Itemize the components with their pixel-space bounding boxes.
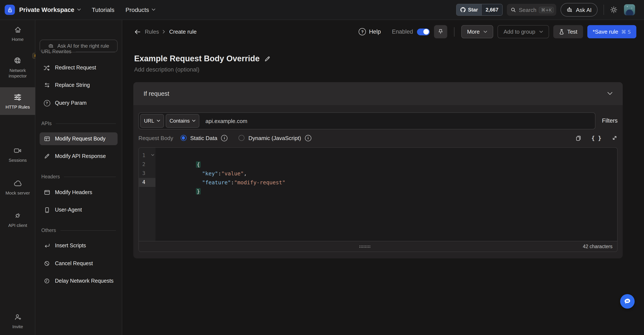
rule-item-label: Insert Scripts xyxy=(55,243,86,249)
rule-item-insert-scripts[interactable]: Insert Scripts xyxy=(40,239,118,252)
rule-item-query-param[interactable]: Query Param xyxy=(40,97,118,109)
rule-item-modify-headers[interactable]: Modify Headers xyxy=(40,186,118,199)
save-rule-button[interactable]: *Save rule ⌘ S xyxy=(587,25,636,38)
github-star-button[interactable]: Star 2,667 xyxy=(456,4,503,16)
filters-button[interactable]: Filters xyxy=(602,112,618,129)
pin-icon xyxy=(438,28,444,35)
section-headers: Headers xyxy=(41,174,116,180)
chat-bubble-icon xyxy=(624,298,631,305)
swap-arrows-icon xyxy=(44,82,50,88)
rule-item-replace-string[interactable]: Replace String xyxy=(40,79,118,91)
top-bar: Private Workspace Tutorials Products Sta… xyxy=(0,0,644,20)
request-body-mode-row: Request Body Static Data Dynamic (JavaSc… xyxy=(138,132,322,144)
help-icon xyxy=(359,28,366,35)
shuffle-icon xyxy=(44,65,50,70)
source-condition-row: URL Contains api.example.com xyxy=(138,112,596,129)
help-button[interactable]: Help xyxy=(359,28,381,35)
sidebar-item-sessions[interactable]: Sessions xyxy=(0,146,35,163)
rule-item-delay-network-requests[interactable]: Delay Network Requests xyxy=(40,275,118,287)
sidebar-item-home[interactable]: Home xyxy=(0,26,35,42)
info-icon[interactable] xyxy=(221,135,228,141)
nav-tutorials[interactable]: Tutorials xyxy=(92,6,114,13)
sidebar-item-http-rules[interactable]: HTTP Rules xyxy=(0,87,35,115)
info-icon[interactable] xyxy=(305,135,311,141)
rule-description-input[interactable]: Add description (optional) xyxy=(134,66,199,73)
workspace-name[interactable]: Private Workspace xyxy=(19,6,74,13)
format-braces-icon[interactable] xyxy=(592,135,602,141)
more-button[interactable]: More xyxy=(461,25,493,38)
copy-icon[interactable] xyxy=(575,135,581,141)
edit-title-pencil-icon[interactable] xyxy=(264,55,270,62)
resize-drag-handle[interactable] xyxy=(359,245,370,248)
static-data-radio[interactable]: Static Data xyxy=(180,135,228,141)
chevron-down-icon[interactable] xyxy=(77,8,81,11)
editor-footer: 42 characters xyxy=(139,241,617,252)
rule-item-redirect-request[interactable]: Redirect Request xyxy=(40,61,118,74)
operator-dropdown[interactable]: Contains xyxy=(166,114,200,128)
ask-ai-rule-label: Ask AI for the right rule xyxy=(58,43,109,49)
rule-item-modify-api-response[interactable]: Modify API Response xyxy=(40,150,118,163)
clock-icon xyxy=(44,278,50,284)
section-url-rewrites: URL Rewrites xyxy=(41,48,116,54)
rule-item-label: User-Agent xyxy=(55,207,82,213)
rule-item-user-agent[interactable]: User-Agent xyxy=(40,203,118,216)
sidebar-item-label: Mock server xyxy=(4,190,32,196)
if-request-header[interactable]: If request xyxy=(133,82,623,105)
flask-icon xyxy=(558,29,564,35)
chevron-down-icon xyxy=(152,8,156,11)
nav-products[interactable]: Products xyxy=(126,6,156,13)
request-body-label: Request Body xyxy=(138,135,173,141)
sidebar-item-mock-server[interactable]: Mock server xyxy=(0,179,35,196)
code-editor[interactable]: 1 2 3 4 { "key":"value", xyxy=(138,147,618,252)
expand-icon[interactable] xyxy=(612,135,618,141)
user-avatar[interactable] xyxy=(624,4,635,15)
sidebar-item-label: Network inspector xyxy=(0,68,35,79)
line-number: 1 xyxy=(139,151,156,160)
chevron-down-icon xyxy=(192,120,196,122)
rule-item-label: Query Param xyxy=(55,100,87,106)
settings-gear-icon[interactable] xyxy=(610,6,618,14)
add-to-group-button[interactable]: Add to group xyxy=(498,25,549,38)
search-icon xyxy=(511,7,516,12)
test-button[interactable]: Test xyxy=(553,25,583,38)
code-line: "key":"value", xyxy=(158,160,617,169)
workspace-logo[interactable] xyxy=(5,5,15,15)
source-type-dropdown[interactable]: URL xyxy=(140,114,164,128)
sidebar-item-network-inspector[interactable]: NEW Network inspector xyxy=(0,57,35,79)
rule-item-modify-request-body[interactable]: Modify Request Body xyxy=(40,132,118,145)
video-camera-icon xyxy=(14,146,22,155)
fold-chevron-icon[interactable] xyxy=(151,154,154,156)
editor-gutter: 1 2 3 4 xyxy=(139,148,156,241)
network-globe-icon xyxy=(14,57,22,65)
invite-person-icon xyxy=(14,313,22,321)
github-icon xyxy=(460,7,466,13)
primary-sidebar: Home NEW Network inspector xyxy=(0,20,35,335)
chat-widget-button[interactable] xyxy=(620,294,635,309)
lock-icon xyxy=(6,6,13,13)
panel-layout-icon xyxy=(44,136,50,142)
sidebar-item-invite[interactable]: Invite xyxy=(0,313,35,330)
enabled-toggle[interactable] xyxy=(417,28,430,35)
line-number: 3 xyxy=(139,169,156,178)
ask-ai-button[interactable]: Ask AI xyxy=(560,3,598,16)
pin-button[interactable] xyxy=(434,25,447,38)
line-number-active: 4 xyxy=(139,178,156,187)
dynamic-js-radio[interactable]: Dynamic (JavaScript) xyxy=(239,135,311,141)
header-actions: Help Enabled More Add to group xyxy=(359,25,636,38)
source-value-input[interactable]: api.example.com xyxy=(206,118,594,124)
sidebar-item-api-client[interactable]: API client xyxy=(0,212,35,228)
sliders-icon xyxy=(14,93,22,101)
rule-item-cancel-request[interactable]: Cancel Request xyxy=(40,257,118,270)
back-arrow-icon[interactable] xyxy=(134,28,141,35)
code-area[interactable]: { "key":"value", "feature":"modify-reque… xyxy=(156,148,617,241)
rule-item-label: Modify API Response xyxy=(55,153,106,159)
chevron-down-icon xyxy=(484,30,488,33)
help-label: Help xyxy=(369,28,381,35)
sidebar-item-label: API client xyxy=(6,223,30,228)
search-input[interactable]: Search ⌘+K xyxy=(507,4,556,16)
breadcrumb-rules[interactable]: Rules xyxy=(145,28,159,35)
home-icon xyxy=(14,26,22,34)
app-window: Private Workspace Tutorials Products Sta… xyxy=(0,0,644,335)
rule-item-label: Redirect Request xyxy=(55,65,96,71)
search-shortcut-badge: ⌘+K xyxy=(539,6,554,13)
